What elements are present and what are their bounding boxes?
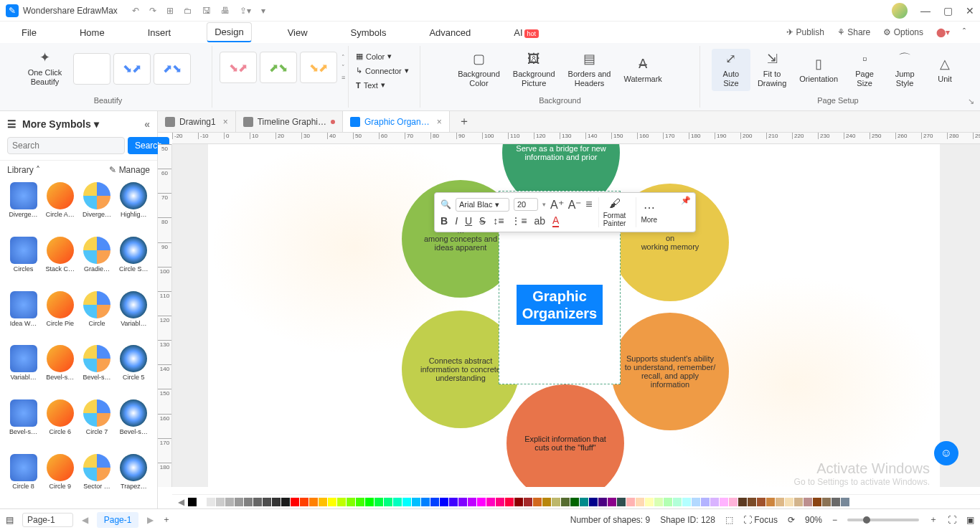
focus-button[interactable]: ⛶ Focus xyxy=(743,515,778,525)
color-swatch[interactable] xyxy=(207,498,215,506)
symbol-item[interactable]: Trapez… xyxy=(116,454,151,506)
color-swatch[interactable] xyxy=(654,498,663,506)
color-swatch[interactable] xyxy=(729,498,738,506)
color-swatch[interactable] xyxy=(757,498,765,506)
auto-size-button[interactable]: ⤢Auto Size xyxy=(712,49,750,91)
undo-icon[interactable]: ↶ xyxy=(132,6,139,16)
background-picture-button[interactable]: 🖼Background Picture xyxy=(507,49,561,91)
menu-ai[interactable]: AIhot xyxy=(507,24,546,42)
color-swatch[interactable] xyxy=(533,498,542,506)
doc-tab[interactable]: Drawing1× xyxy=(158,111,236,132)
pin-icon[interactable]: 📌 xyxy=(681,196,691,205)
color-swatch[interactable] xyxy=(673,498,682,506)
theme-preset[interactable]: ⬈⬊ xyxy=(154,53,191,85)
symbol-item[interactable]: Circle xyxy=(80,291,115,343)
font-family-select[interactable]: Arial Blac ▾ xyxy=(456,198,509,212)
borders-headers-button[interactable]: ▤Borders and Headers xyxy=(562,49,617,91)
color-swatch[interactable] xyxy=(468,498,476,506)
color-swatch[interactable] xyxy=(580,498,588,506)
one-click-beautify-button[interactable]: ✦ One Click Beautify xyxy=(22,47,68,90)
symbol-item[interactable]: Stack C… xyxy=(42,237,77,288)
color-swatch[interactable] xyxy=(766,498,775,506)
symbol-item[interactable]: Variabl… xyxy=(116,291,151,343)
symbol-item[interactable]: Bevel-s… xyxy=(116,399,151,451)
color-swatch[interactable] xyxy=(813,498,821,506)
color-swatch[interactable] xyxy=(505,498,514,506)
symbol-item[interactable]: Circle 8 xyxy=(6,454,41,506)
open-icon[interactable]: 🗀 xyxy=(184,6,192,16)
color-swatch[interactable] xyxy=(720,498,728,506)
collapse-panel-icon[interactable]: « xyxy=(144,118,150,130)
theme-preset[interactable]: ⬊⬈ xyxy=(300,52,337,83)
theme-gallery-2[interactable]: ⬊⬈ ⬈⬊ ⬊⬈ ˄ ˅ ≡ xyxy=(217,47,348,87)
color-swatch[interactable] xyxy=(188,498,197,506)
symbol-item[interactable]: Circle 6 xyxy=(42,399,77,451)
color-swatch[interactable] xyxy=(608,498,616,506)
menu-home[interactable]: Home xyxy=(72,24,112,42)
color-swatch[interactable] xyxy=(748,498,756,506)
color-swatch[interactable] xyxy=(365,498,374,506)
publish-button[interactable]: ✈ Publish xyxy=(786,27,824,37)
underline-icon[interactable]: U xyxy=(465,215,472,227)
page-tab[interactable]: Page-1 xyxy=(97,512,139,528)
more-button[interactable]: ⋯ More xyxy=(636,197,661,227)
menu-symbols[interactable]: Symbols xyxy=(344,24,394,42)
symbol-item[interactable]: Bevel-s… xyxy=(6,399,41,451)
color-swatch[interactable] xyxy=(235,498,243,506)
zoom-in-icon[interactable]: ＋ xyxy=(929,514,938,526)
doc-tab[interactable]: Timeline Graphi… xyxy=(236,111,343,132)
color-swatch[interactable] xyxy=(710,498,719,506)
page-size-button[interactable]: ▫Page Size xyxy=(845,49,884,91)
gallery-up-icon[interactable]: ˄ xyxy=(341,54,345,61)
highlight-icon[interactable]: ab xyxy=(534,215,545,227)
color-swatch[interactable] xyxy=(402,498,411,506)
manage-button[interactable]: ✎ Manage xyxy=(109,165,150,175)
symbol-item[interactable]: Circle A… xyxy=(42,182,77,234)
color-swatch[interactable] xyxy=(440,498,448,506)
fit-drawing-button[interactable]: ⇲Fit to Drawing xyxy=(752,49,792,91)
color-swatch[interactable] xyxy=(617,498,626,506)
menu-insert[interactable]: Insert xyxy=(141,24,179,42)
background-color-button[interactable]: ▢Background Color xyxy=(452,49,506,91)
add-tab-button[interactable]: ＋ xyxy=(450,114,479,129)
color-swatch[interactable] xyxy=(682,498,691,506)
color-swatch[interactable] xyxy=(430,498,439,506)
color-swatch[interactable] xyxy=(374,498,383,506)
menu-view[interactable]: View xyxy=(281,24,315,42)
palette-scroll-left-icon[interactable]: ◀ xyxy=(175,497,187,507)
symbol-item[interactable]: Circle S… xyxy=(116,237,151,288)
symbol-item[interactable]: Bevel-s… xyxy=(80,345,115,397)
orientation-button[interactable]: ▯Orientation xyxy=(793,49,844,91)
align-icon[interactable]: ≡ xyxy=(585,198,592,211)
color-swatch[interactable] xyxy=(309,498,318,506)
color-swatch[interactable] xyxy=(701,498,710,506)
italic-icon[interactable]: I xyxy=(455,215,458,227)
color-swatch[interactable] xyxy=(216,498,225,506)
color-swatch[interactable] xyxy=(552,498,560,506)
format-painter-button[interactable]: 🖌 Format Painter xyxy=(598,197,631,227)
ai-assistant-button[interactable]: ☺ xyxy=(934,441,958,465)
color-swatch[interactable] xyxy=(412,498,420,506)
symbol-item[interactable]: Variabl… xyxy=(6,345,41,397)
color-swatch[interactable] xyxy=(281,498,290,506)
color-swatch[interactable] xyxy=(738,498,747,506)
add-page-icon[interactable]: ＋ xyxy=(162,514,171,526)
symbol-item[interactable]: Sector … xyxy=(80,454,115,506)
gallery-more-icon[interactable]: ≡ xyxy=(341,74,345,81)
color-swatch[interactable] xyxy=(664,498,672,506)
color-dropdown[interactable]: ▦ Color ▾ xyxy=(353,50,412,62)
menu-advanced[interactable]: Advanced xyxy=(422,24,478,42)
close-icon[interactable]: ✕ xyxy=(966,5,974,16)
color-swatch[interactable] xyxy=(636,498,644,506)
color-swatch[interactable] xyxy=(841,498,849,506)
color-swatch[interactable] xyxy=(486,498,495,506)
decrease-font-icon[interactable]: A⁻ xyxy=(568,198,582,212)
color-swatch[interactable] xyxy=(626,498,635,506)
bullet-list-icon[interactable]: ⋮≡ xyxy=(511,215,527,227)
collapse-ribbon-icon[interactable]: ˆ xyxy=(963,27,966,37)
font-size-select[interactable]: 20 xyxy=(514,198,538,211)
minimize-icon[interactable]: — xyxy=(920,5,930,16)
color-swatch[interactable] xyxy=(347,498,355,506)
share-button[interactable]: ⚘ Share xyxy=(837,27,870,37)
symbol-item[interactable]: Idea W… xyxy=(6,291,41,343)
